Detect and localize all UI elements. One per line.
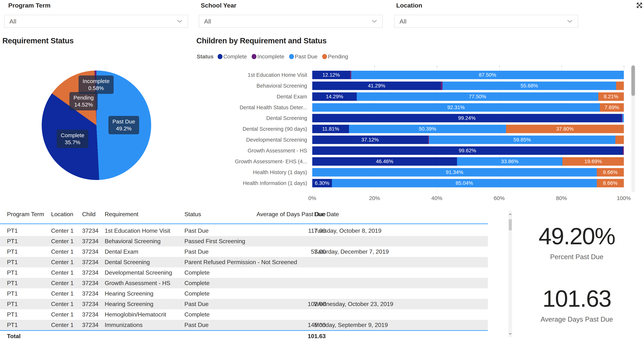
bar-segment-past_due[interactable]: 55.68%	[442, 82, 616, 90]
bar-segment-pending[interactable]: 19.69%	[562, 157, 624, 166]
bar-value-label: 8.66%	[603, 169, 618, 175]
legend-item-past-due[interactable]: Past Due	[289, 54, 318, 60]
table-cell: 37234	[82, 236, 98, 246]
table-row[interactable]: PT1Center 137234Dental ScreeningParent R…	[0, 257, 488, 268]
table-cell: PT1	[7, 226, 18, 236]
bar-segment-complete[interactable]: 99.24%	[312, 114, 622, 122]
table-cell: Past Due	[184, 299, 209, 309]
bar-value-label: 37.12%	[361, 137, 379, 143]
table-row[interactable]: PT1Center 137234Hemoglobin/HematocritCom…	[0, 309, 488, 320]
bar-category-label: Dental Exam	[277, 92, 307, 101]
pie-label-value: 14.52%	[74, 101, 94, 108]
legend-item-pending[interactable]: Pending	[322, 54, 348, 60]
bar-segment-pending[interactable]: 8.21%	[598, 92, 624, 101]
table-cell: 37234	[82, 288, 98, 299]
table-scrollbar[interactable]	[508, 211, 512, 337]
bar-segment-past_due[interactable]: 50.39%	[349, 125, 506, 133]
legend-item-label: Past Due	[295, 54, 318, 60]
bar-value-label: 87.50%	[479, 72, 496, 78]
bar-segment-past_due[interactable]: 77.50%	[357, 92, 598, 101]
bar-value-label: 59.85%	[514, 137, 531, 143]
bar-segment-complete[interactable]: 37.12%	[312, 136, 428, 144]
table-cell: Past Due	[184, 226, 209, 236]
table-row[interactable]: PT1Center 137234Hearing ScreeningComplet…	[0, 288, 488, 299]
table-cell: Parent Refused Permission - Not Screened	[184, 257, 297, 268]
bar-segment-incomplete[interactable]	[441, 82, 442, 90]
report-canvas: Program Term School Year Location All Al…	[0, 0, 644, 342]
bar-segment-complete[interactable]: 14.29%	[312, 92, 357, 101]
legend-title: Status	[197, 54, 214, 60]
bar-chart-scrollbar-thumb[interactable]	[631, 66, 635, 96]
scroll-down-arrow-icon[interactable]	[508, 330, 512, 337]
table-row[interactable]: PT1Center 137234Developmental ScreeningC…	[0, 268, 488, 278]
bar-value-label: 92.31%	[447, 104, 465, 110]
pie-label-name: Pending	[74, 94, 94, 101]
x-axis-tick-label: 40%	[431, 195, 442, 201]
table-cell: Developmental Screening	[105, 268, 172, 278]
legend-item-incomplete[interactable]: Incomplete	[252, 54, 284, 60]
pie-label-pending: Pending14.52%	[70, 92, 98, 110]
bar-segment-past_due[interactable]: 91.34%	[312, 168, 597, 176]
bar-segment-pending[interactable]: 8.66%	[597, 179, 624, 187]
legend-item-label: Complete	[223, 54, 247, 60]
table-header-row: Program TermLocationChildRequirementStat…	[0, 210, 488, 219]
table-row[interactable]: PT1Center 137234Behavioral ScreeningPass…	[0, 236, 488, 246]
table-row[interactable]: PT1Center 137234Dental ExamPast DueSatur…	[0, 246, 488, 257]
table-cell: PT1	[7, 278, 18, 288]
location-dropdown[interactable]: All	[394, 15, 578, 28]
table-cell: 117.00	[308, 226, 326, 236]
bar-segment-pending[interactable]: 7.69%	[600, 103, 624, 112]
bar-value-label: 50.39%	[419, 126, 436, 132]
table-header-cell-child[interactable]: Child	[82, 210, 96, 219]
location-value: All	[400, 15, 406, 27]
bar-segment-pending[interactable]	[616, 82, 624, 90]
bar-segment-past_due[interactable]: 59.85%	[429, 136, 615, 144]
table-header-cell-program-term[interactable]: Program Term	[7, 210, 44, 219]
table-row[interactable]: PT1Center 137234Hearing ScreeningPast Du…	[0, 299, 488, 309]
table-header-cell-requirement[interactable]: Requirement	[105, 210, 138, 219]
bar-value-label: 85.04%	[456, 180, 473, 186]
bar-segment-past_due[interactable]: 33.86%	[457, 157, 562, 166]
school-year-dropdown[interactable]: All	[199, 15, 383, 28]
bar-segment-complete[interactable]: 11.81%	[312, 125, 349, 133]
axis-tick	[437, 66, 437, 67]
bar-segment-complete[interactable]: 12.12%	[312, 71, 350, 79]
bar-segment-pending[interactable]: 37.80%	[506, 125, 624, 133]
bar-segment-past_due[interactable]: 85.04%	[332, 179, 597, 187]
kpi-average-days-label: Average Days Past Due	[518, 316, 636, 323]
expand-arrows-icon[interactable]	[636, 2, 643, 9]
table-row[interactable]: PT1Center 1372341st Education Home Visit…	[0, 226, 488, 236]
bar-row-dental-health-status-deter-: 92.31%7.69%	[312, 103, 624, 112]
table-header-cell-average-of-days-past-due[interactable]: Average of Days Past Due	[256, 210, 326, 219]
bar-category-label: Health Information (1 days)	[243, 179, 307, 187]
bar-chart-legend: Status CompleteIncompletePast DuePending	[197, 53, 353, 60]
bar-segment-complete[interactable]: 46.46%	[312, 157, 457, 166]
scroll-up-arrow-icon[interactable]	[508, 211, 512, 218]
bar-row-1st-education-home-visit: 12.12%87.50%	[312, 71, 624, 79]
program-term-dropdown[interactable]: All	[4, 15, 188, 28]
table-header-cell-status[interactable]: Status	[184, 210, 201, 219]
table-row[interactable]: PT1Center 137234ImmunizationsPast DueMon…	[0, 320, 488, 330]
table-scrollbar-thumb[interactable]	[509, 219, 512, 230]
bar-row-growth-assessment-ehs-4-: 46.46%33.86%19.69%	[312, 157, 624, 166]
table-row[interactable]: PT1Center 137234Growth Assessment - HSCo…	[0, 278, 488, 288]
bar-segment-past_due[interactable]: 92.31%	[312, 103, 600, 112]
bar-segment-complete[interactable]: 41.29%	[312, 82, 441, 90]
table-header-cell-location[interactable]: Location	[51, 210, 73, 219]
bar-segment-past_due[interactable]: 87.50%	[351, 71, 624, 79]
bar-segment-pending[interactable]: 8.66%	[597, 168, 624, 176]
program-term-value: All	[9, 15, 16, 27]
axis-tick	[499, 66, 500, 67]
bar-segment-incomplete[interactable]	[623, 146, 624, 155]
bar-segment-complete[interactable]: 6.30%	[312, 179, 332, 187]
table-cell: Center 1	[51, 299, 74, 309]
table-cell: 1st Education Home Visit	[105, 226, 170, 236]
bar-value-label: 37.80%	[556, 126, 574, 132]
legend-item-complete[interactable]: Complete	[218, 54, 247, 60]
bar-segment-past_due[interactable]	[622, 114, 624, 122]
x-axis-tick-label: 100%	[617, 195, 631, 201]
bar-segment-pending[interactable]	[615, 136, 624, 144]
bar-category-label: Health History (1 days)	[253, 168, 307, 176]
bar-chart-scrollbar[interactable]	[631, 66, 635, 192]
bar-segment-complete[interactable]: 99.62%	[312, 146, 623, 155]
